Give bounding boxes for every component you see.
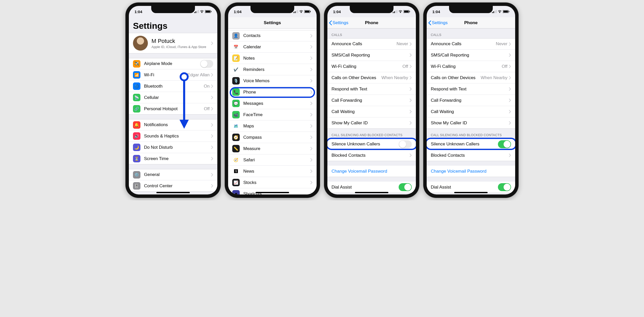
dnd-icon: 🌙 — [133, 144, 140, 151]
row-controlcenter[interactable]: 🎚️Control Center — [129, 180, 217, 192]
row-silence-unknown[interactable]: Silence Unknown Callers — [427, 138, 515, 150]
home-indicator[interactable] — [256, 192, 289, 193]
silence-unknown-switch[interactable] — [399, 140, 412, 148]
row-wifi-calling[interactable]: Wi-Fi CallingOff — [327, 61, 416, 72]
stocks-icon: 📈 — [232, 179, 240, 186]
row-caller-id[interactable]: Show My Caller ID — [327, 117, 416, 129]
chevron-icon — [310, 181, 312, 184]
row-silence-unknown[interactable]: Silence Unknown Callers — [327, 138, 416, 150]
row-airplane[interactable]: ✈️Airplane Mode — [129, 58, 217, 69]
chevron-icon — [211, 96, 213, 99]
facetime-icon: 📹 — [232, 111, 240, 118]
row-label: Notifications — [144, 122, 211, 127]
row-label: Announce Calls — [332, 41, 397, 46]
row-other-devices[interactable]: Calls on Other DevicesWhen Nearby — [327, 72, 416, 83]
row-reminders[interactable]: ✔️Reminders — [228, 64, 317, 75]
row-waiting[interactable]: Call Waiting — [427, 106, 515, 117]
row-blocked[interactable]: Blocked Contacts — [427, 150, 515, 161]
row-label: SMS/Call Reporting — [332, 53, 410, 58]
row-notif[interactable]: 🔔Notifications — [129, 119, 217, 130]
chevron-icon — [310, 57, 312, 60]
chevron-icon — [509, 76, 511, 79]
notes-icon: 📝 — [232, 54, 240, 62]
row-maps[interactable]: 🗺️Maps — [228, 120, 317, 132]
row-respond[interactable]: Respond with Text — [327, 83, 416, 95]
dial-assist-row[interactable]: Dial Assist — [327, 182, 416, 193]
dial-assist-switch[interactable] — [399, 183, 412, 191]
row-label: Airplane Mode — [144, 61, 200, 66]
row-waiting[interactable]: Call Waiting — [327, 106, 416, 117]
row-sms-reporting[interactable]: SMS/Call Reporting — [327, 50, 416, 61]
row-label: Respond with Text — [431, 87, 509, 92]
silence-unknown-switch[interactable] — [498, 140, 511, 148]
nav-title: Settings — [264, 20, 281, 25]
notch — [251, 6, 294, 13]
row-voicememos[interactable]: 🎙️Voice Memos — [228, 75, 317, 87]
chevron-icon — [509, 53, 511, 57]
row-label: Silence Unknown Callers — [431, 142, 498, 147]
dial-assist-switch[interactable] — [498, 183, 511, 191]
change-voicemail-row[interactable]: Change Voicemail Password — [427, 166, 515, 177]
row-blocked[interactable]: Blocked Contacts — [327, 150, 416, 161]
controlcenter-icon: 🎚️ — [133, 182, 140, 190]
chevron-icon — [410, 65, 412, 68]
row-detail: When Nearby — [381, 75, 408, 80]
row-news[interactable]: 🅽News — [228, 166, 317, 177]
row-stocks[interactable]: 📈Stocks — [228, 177, 317, 188]
row-label: Announce Calls — [431, 41, 496, 46]
row-caller-id[interactable]: Show My Caller ID — [427, 117, 515, 129]
row-bt[interactable]: 🔵BluetoothOn — [129, 81, 217, 92]
row-forwarding[interactable]: Call Forwarding — [327, 95, 416, 106]
change-voicemail-row[interactable]: Change Voicemail Password — [327, 166, 416, 177]
apple-id-profile-row[interactable]: M Potuck Apple ID, iCloud, iTunes & App … — [129, 33, 217, 53]
row-phone[interactable]: 📞Phone — [228, 87, 317, 98]
safari-icon: 🧭 — [232, 156, 240, 164]
battery-icon — [205, 10, 212, 13]
row-safari[interactable]: 🧭Safari — [228, 154, 317, 166]
status-time: 1:04 — [432, 10, 440, 14]
row-forwarding[interactable]: Call Forwarding — [427, 95, 515, 106]
row-contacts[interactable]: 👤Contacts — [228, 30, 317, 41]
row-calendar[interactable]: 📅Calendar — [228, 41, 317, 53]
row-messages[interactable]: 💬Messages — [228, 98, 317, 109]
row-sms-reporting[interactable]: SMS/Call Reporting — [427, 50, 515, 61]
silencing-section-header: CALL SILENCING AND BLOCKED CONTACTS — [427, 129, 515, 138]
hotspot-icon: 🔗 — [133, 105, 140, 113]
cellular-signal-icon — [194, 10, 199, 13]
row-label: Bluetooth — [144, 84, 204, 89]
row-label: Screen Time — [144, 156, 211, 161]
row-respond[interactable]: Respond with Text — [427, 83, 515, 95]
home-indicator[interactable] — [156, 192, 190, 193]
chevron-icon — [211, 107, 213, 110]
row-dnd[interactable]: 🌙Do Not Disturb — [129, 142, 217, 153]
row-shortcuts[interactable]: ◆Shortcuts — [228, 188, 317, 194]
general-icon: ⚙️ — [133, 171, 140, 179]
row-compass[interactable]: 🧭Compass — [228, 132, 317, 143]
row-notes[interactable]: 📝Notes — [228, 53, 317, 64]
row-wifi[interactable]: 📶Wi-FiEdgar Allan — [129, 69, 217, 81]
back-button[interactable]: Settings — [428, 17, 448, 28]
compass-icon: 🧭 — [232, 134, 240, 141]
reminders-icon: ✔️ — [232, 66, 240, 73]
row-facetime[interactable]: 📹FaceTime — [228, 109, 317, 120]
back-button[interactable]: Settings — [329, 17, 348, 28]
dial-assist-label: Dial Assist — [332, 185, 399, 190]
row-sounds[interactable]: 🔊Sounds & Haptics — [129, 130, 217, 142]
row-announce[interactable]: Announce CallsNever — [427, 38, 515, 50]
home-indicator[interactable] — [454, 192, 488, 193]
row-measure[interactable]: 📏Measure — [228, 143, 317, 154]
row-announce[interactable]: Announce CallsNever — [327, 38, 416, 50]
row-wifi-calling[interactable]: Wi-Fi CallingOff — [427, 61, 515, 72]
dial-assist-row[interactable]: Dial Assist — [427, 182, 515, 193]
bt-icon: 🔵 — [133, 82, 140, 90]
row-other-devices[interactable]: Calls on Other DevicesWhen Nearby — [427, 72, 515, 83]
profile-subtitle: Apple ID, iCloud, iTunes & App Store — [151, 45, 211, 49]
airplane-switch[interactable] — [200, 60, 213, 68]
row-screentime[interactable]: ⏳Screen Time — [129, 153, 217, 164]
row-label: Calls on Other Devices — [431, 75, 481, 80]
row-general[interactable]: ⚙️General — [129, 169, 217, 180]
wifi-icon — [398, 10, 402, 13]
home-indicator[interactable] — [355, 192, 388, 193]
row-hotspot[interactable]: 🔗Personal HotspotOff — [129, 103, 217, 115]
row-cell[interactable]: 📡Cellular — [129, 92, 217, 103]
